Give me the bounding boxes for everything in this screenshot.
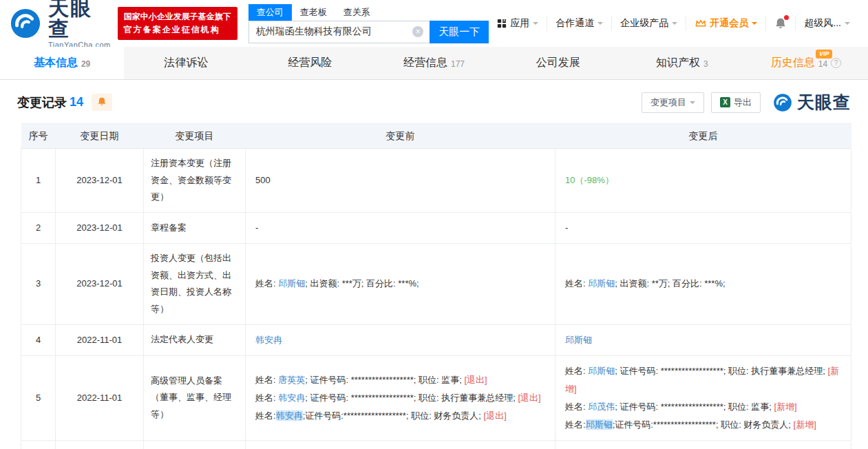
before-cell: 姓名: 邱斯钿; 出资额: ***万; 百分比: ***%; [246,244,555,325]
change-item: 章程备案 [144,213,246,244]
search-button[interactable]: 天眼一下 [430,21,489,43]
excel-icon [720,97,730,107]
chevron-down-icon [597,22,603,28]
change-records-table: 序号 变更日期 变更项目 变更前 变更后 1 2023-12-01 注册资本变更… [21,123,851,449]
clear-search-icon[interactable] [412,26,423,37]
menu-super-risk[interactable]: 超级风... [795,16,858,31]
menu-cooperation[interactable]: 合作通道 [547,16,611,31]
change-item: 负责人变更（法定代表人、负责人、首席代表、合伙事务执行人等变更） [144,440,246,449]
table-row: 2 2023-12-01 章程备案 - - [21,213,851,244]
apps-grid-icon [497,19,507,28]
person-link[interactable]: 韩安冉 [255,335,282,345]
person-link[interactable]: 邱茂伟 [588,401,615,412]
company-tabs: 基本信息29 法律诉讼 经营风险 经营信息177 公司发展 知识产权3 VIP … [0,47,868,80]
tianyancha-watermark: 天眼查 [773,91,851,114]
search-area: 查公司 查老板 查关系 天眼一下 [248,4,489,43]
col-header-before: 变更前 [246,124,555,149]
row-no: 6 [21,440,56,449]
change-item: 高级管理人员备案（董事、监事、经理等） [144,355,246,440]
person-link[interactable]: 邱斯钿 [586,419,613,430]
before-cell: 韩安冉 [246,324,555,355]
change-date: 2022-11-01 [56,440,144,449]
table-row: 3 2023-12-01 投资人变更（包括出资额、出资方式、出资日期、投资人名称… [21,244,851,325]
col-header-after: 变更后 [555,124,851,149]
export-button[interactable]: 导出 [711,92,761,113]
tab-operational-risk[interactable]: 经营风险 [248,47,372,79]
menu-open-vip[interactable]: 开通会员 [686,16,765,31]
tab-history-info[interactable]: VIP 历史信息14 [744,47,868,79]
tianyancha-swirl-icon [773,93,792,112]
tab-company-development[interactable]: 公司发展 [496,47,620,79]
after-cell: - [555,213,851,244]
change-records-header: 变更记录 14 变更项目 导出 天眼查 [0,80,868,122]
change-item: 注册资本变更（注册资金、资金数额等变更） [144,149,246,213]
chevron-down-icon [752,22,757,28]
change-item: 投资人变更（包括出资额、出资方式、出资日期、投资人名称等） [144,244,246,325]
before-cell: 韩安冉 [246,440,555,449]
help-icon[interactable] [831,58,841,68]
change-item: 法定代表人变更 [144,324,246,355]
tab-intellectual-property[interactable]: 知识产权3 [620,47,744,79]
after-cell: 姓名: 邱斯钿; 出资额: **万; 百分比: ***%; [555,244,851,325]
exit-tag: [退出] [464,375,487,385]
menu-apps[interactable]: 应用 [489,16,547,31]
search-tab-relation[interactable]: 查关系 [335,4,379,21]
manager-record: 姓名: 韩安冉; 证件号码: ******************; 职位: 执… [255,389,545,407]
change-item-filter-button[interactable]: 变更项目 [642,92,704,113]
person-link[interactable]: 唐英英 [278,375,305,385]
change-date: 2023-12-01 [56,244,144,325]
after-cell: 邱斯钿 [555,324,851,355]
tab-basic-info[interactable]: 基本信息29 [0,47,124,79]
brand-name: 天眼查 [48,0,111,39]
table-header-row: 序号 变更日期 变更项目 变更前 变更后 [21,124,851,149]
manager-record: 姓名: 邱斯钿; 证件号码: ******************; 职位: 执… [565,362,841,398]
manager-record: 姓名: 邱茂伟; 证件号码: ******************; 职位: 监… [565,398,841,416]
chevron-down-icon [845,22,850,28]
section-count: 14 [70,95,83,109]
change-date: 2022-11-01 [56,324,144,355]
after-cell: 邱斯钿 [555,440,851,449]
manager-record: 姓名:韩安冉;证件号码:******************; 职位: 财务负责… [255,407,545,425]
col-header-date: 变更日期 [56,124,144,149]
before-cell: 500 [246,149,555,213]
person-link[interactable]: 邱斯钿 [565,335,592,345]
gov-certification-badge: 国家中小企业发展子基金旗下 官方备案企业征信机构 [118,7,237,40]
search-tab-company[interactable]: 查公司 [248,4,292,21]
person-link[interactable]: 韩安冉 [276,410,303,421]
tianyancha-logo[interactable]: 天眼查 TianYanCha.com 国家中小企业发展子基金旗下 官方备案企业征… [10,0,237,49]
col-header-no: 序号 [21,124,56,149]
after-cell: 10（-98%） [555,149,851,213]
tianyancha-swirl-icon [10,8,41,39]
table-row: 6 2022-11-01 负责人变更（法定代表人、负责人、首席代表、合伙事务执行… [21,440,851,449]
change-date: 2022-11-01 [56,355,144,440]
person-link[interactable]: 韩安冉 [278,393,305,403]
person-link[interactable]: 邱斯钿 [278,278,305,289]
table-row: 5 2022-11-01 高级管理人员备案（董事、监事、经理等） 姓名: 唐英英… [21,355,851,440]
manager-record: 姓名: 唐英英; 证件号码: ******************; 职位: 监… [255,371,545,389]
chevron-down-icon [672,22,677,28]
top-bar: 天眼查 TianYanCha.com 国家中小企业发展子基金旗下 官方备案企业征… [0,0,868,47]
subscribe-bell-button[interactable] [92,94,112,111]
change-date: 2023-12-01 [56,213,144,244]
menu-notifications[interactable] [765,16,795,31]
row-no: 2 [21,213,56,244]
chevron-down-icon [533,22,538,28]
vip-badge: VIP [816,50,833,59]
exit-tag: [退出] [518,393,540,403]
section-title: 变更记录 [17,94,67,111]
change-date: 2023-12-01 [56,149,144,213]
person-link[interactable]: 邱斯钿 [588,366,615,376]
row-no: 1 [21,149,56,213]
search-input[interactable] [248,21,430,43]
menu-enterprise-products[interactable]: 企业级产品 [611,16,686,31]
row-no: 5 [21,355,56,440]
manager-record: 姓名:邱斯钿;证件号码:******************; 职位: 财务负责… [565,416,841,434]
top-menu: 应用 合作通道 企业级产品 开通会员 [489,10,858,37]
tab-business-info[interactable]: 经营信息177 [372,47,496,79]
before-cell: - [246,213,555,244]
table-row: 1 2023-12-01 注册资本变更（注册资金、资金数额等变更） 500 10… [21,149,851,213]
search-tab-boss[interactable]: 查老板 [292,4,335,21]
bell-icon [97,97,107,109]
tab-legal-proceedings[interactable]: 法律诉讼 [124,47,248,79]
person-link[interactable]: 邱斯钿 [588,278,615,289]
